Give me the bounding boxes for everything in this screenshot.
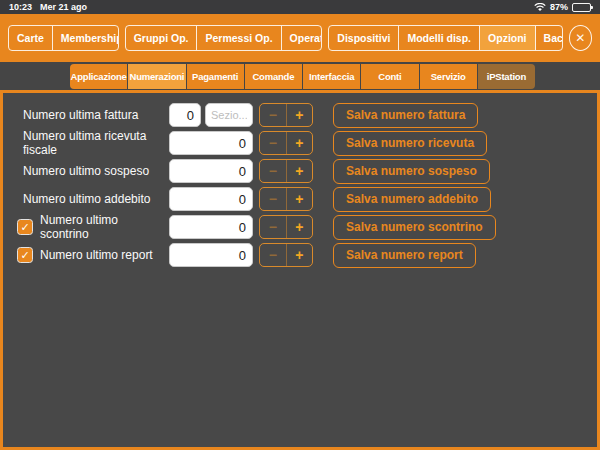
- row-scontrino: ✓ Numero ultimo scontrino − + Salva nume…: [17, 215, 597, 239]
- sospeso-label: Numero ultimo sospeso: [17, 164, 169, 178]
- plus-button[interactable]: +: [287, 188, 313, 210]
- tab-numerazioni[interactable]: Numerazioni: [128, 64, 186, 89]
- report-label: Numero ultimo report: [40, 248, 153, 262]
- nav-item-modelli-disp[interactable]: Modelli disp.: [399, 26, 480, 50]
- nav-item-carte[interactable]: Carte: [9, 26, 53, 50]
- minus-button[interactable]: −: [260, 160, 287, 182]
- fattura-inputs: [169, 103, 253, 127]
- fattura-label: Numero ultima fattura: [17, 108, 169, 122]
- salva-scontrino-button[interactable]: Salva numero scontrino: [333, 215, 496, 240]
- plus-button[interactable]: +: [287, 160, 313, 182]
- minus-button[interactable]: −: [260, 244, 287, 266]
- close-icon: ✕: [575, 31, 585, 45]
- fattura-sezione-input[interactable]: [205, 103, 253, 127]
- scontrino-checkbox[interactable]: ✓: [17, 219, 33, 235]
- minus-button[interactable]: −: [260, 216, 287, 238]
- sospeso-inputs: [169, 159, 253, 183]
- report-inputs: [169, 243, 253, 267]
- addebito-inputs: [169, 187, 253, 211]
- nav-group-settings: Dispositivi Modelli disp. Opzioni Backup: [328, 25, 562, 51]
- status-bar: 10:23 Mer 21 ago 87%: [0, 0, 600, 14]
- sospeso-number-input[interactable]: [169, 159, 253, 183]
- addebito-stepper: − +: [259, 187, 313, 211]
- scontrino-stepper: − +: [259, 215, 313, 239]
- scontrino-inputs: [169, 215, 253, 239]
- battery-tip: [591, 6, 593, 9]
- sospeso-stepper: − +: [259, 159, 313, 183]
- minus-button[interactable]: −: [260, 132, 287, 154]
- tab-band: Applicazione Numerazioni Pagamenti Coman…: [0, 62, 600, 90]
- salva-addebito-button[interactable]: Salva numero addebito: [333, 187, 491, 212]
- row-report: ✓ Numero ultimo report − + Salva numero …: [17, 243, 597, 267]
- fattura-number-input[interactable]: [169, 103, 201, 127]
- row-addebito: Numero ultimo addebito − + Salva numero …: [17, 187, 597, 211]
- nav-item-gruppi-op[interactable]: Gruppi Op.: [126, 26, 198, 50]
- nav-group-cards: Carte Membership: [8, 25, 119, 51]
- status-time: 10:23: [9, 2, 32, 12]
- tab-conti[interactable]: Conti: [361, 64, 419, 89]
- row-sospeso: Numero ultimo sospeso − + Salva numero s…: [17, 159, 597, 183]
- nav-item-backup[interactable]: Backup: [536, 26, 563, 50]
- tab-interfaccia[interactable]: Interfaccia: [303, 64, 361, 89]
- wifi-icon: [534, 3, 546, 12]
- tab-comande[interactable]: Comande: [245, 64, 303, 89]
- tab-ipstation[interactable]: iPStation: [478, 64, 535, 89]
- scontrino-label-cell: ✓ Numero ultimo scontrino: [17, 213, 169, 241]
- addebito-number-input[interactable]: [169, 187, 253, 211]
- report-checkbox[interactable]: ✓: [17, 247, 33, 263]
- nav-item-permessi-op[interactable]: Permessi Op.: [197, 26, 281, 50]
- ricevuta-label: Numero ultima ricevuta fiscale: [17, 129, 169, 157]
- salva-ricevuta-button[interactable]: Salva numero ricevuta: [333, 131, 487, 156]
- nav-group-operators: Gruppi Op. Permessi Op. Operatori: [125, 25, 323, 51]
- numerazioni-panel: Numero ultima fattura − + Salva numero f…: [0, 90, 600, 450]
- tab-pagamenti[interactable]: Pagamenti: [187, 64, 245, 89]
- plus-button[interactable]: +: [287, 132, 313, 154]
- fattura-stepper: − +: [259, 103, 313, 127]
- scontrino-number-input[interactable]: [169, 215, 253, 239]
- battery-percent: 87%: [550, 2, 568, 12]
- plus-button[interactable]: +: [287, 104, 313, 126]
- ricevuta-inputs: [169, 131, 253, 155]
- minus-button[interactable]: −: [260, 104, 287, 126]
- plus-button[interactable]: +: [287, 244, 313, 266]
- salva-report-button[interactable]: Salva numero report: [333, 243, 476, 268]
- report-stepper: − +: [259, 243, 313, 267]
- tab-strip: Applicazione Numerazioni Pagamenti Coman…: [70, 64, 535, 89]
- ricevuta-stepper: − +: [259, 131, 313, 155]
- ricevuta-number-input[interactable]: [169, 131, 253, 155]
- report-label-cell: ✓ Numero ultimo report: [17, 247, 169, 263]
- scontrino-label: Numero ultimo scontrino: [40, 213, 169, 241]
- report-number-input[interactable]: [169, 243, 253, 267]
- salva-fattura-button[interactable]: Salva numero fattura: [333, 103, 478, 128]
- nav-item-opzioni[interactable]: Opzioni: [480, 26, 536, 50]
- close-button[interactable]: ✕: [569, 25, 592, 51]
- tab-applicazione[interactable]: Applicazione: [70, 64, 128, 89]
- header-nav: Carte Membership Gruppi Op. Permessi Op.…: [0, 14, 600, 62]
- salva-sospeso-button[interactable]: Salva numero sospeso: [333, 159, 490, 184]
- nav-item-dispositivi[interactable]: Dispositivi: [329, 26, 399, 50]
- status-date: Mer 21 ago: [40, 2, 87, 12]
- row-ricevuta: Numero ultima ricevuta fiscale − + Salva…: [17, 131, 597, 155]
- battery-icon: [572, 3, 591, 12]
- tab-servizio[interactable]: Servizio: [420, 64, 478, 89]
- addebito-label: Numero ultimo addebito: [17, 192, 169, 206]
- nav-item-operatori[interactable]: Operatori: [282, 26, 323, 50]
- row-fattura: Numero ultima fattura − + Salva numero f…: [17, 103, 597, 127]
- minus-button[interactable]: −: [260, 188, 287, 210]
- plus-button[interactable]: +: [287, 216, 313, 238]
- nav-item-membership[interactable]: Membership: [53, 26, 119, 50]
